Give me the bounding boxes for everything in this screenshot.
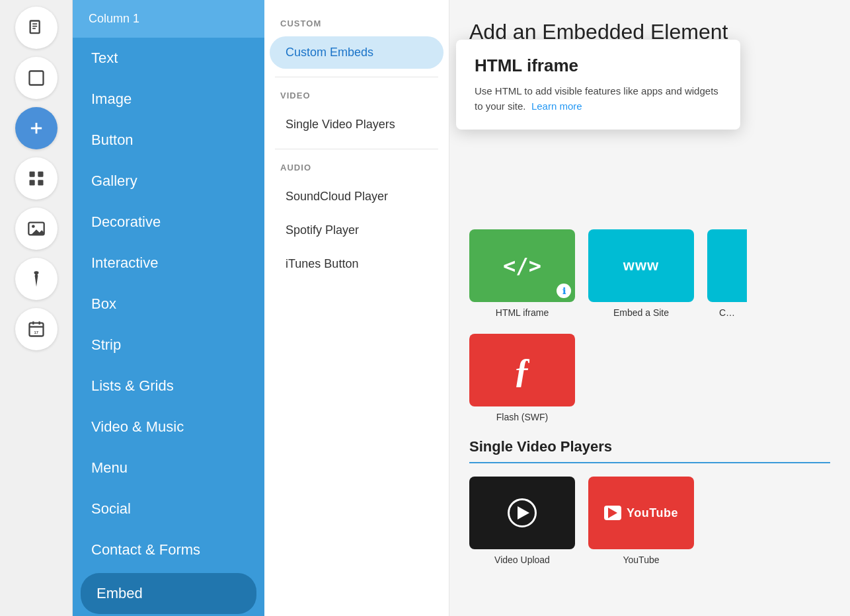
video-upload-thumb <box>469 477 575 549</box>
youtube-logo: YouTube <box>604 506 678 520</box>
apps-icon <box>27 169 46 188</box>
add-icon-btn[interactable] <box>15 107 58 149</box>
svg-rect-4 <box>29 71 43 85</box>
html-iframe-card[interactable]: </> ℹ HTML iframe <box>469 229 575 318</box>
single-video-divider <box>469 462 830 463</box>
sidebar-item-gallery[interactable]: Gallery <box>73 161 264 202</box>
sidebar-item-text[interactable]: Text <box>73 38 264 79</box>
sidebar-item-embed[interactable]: Embed <box>81 573 256 614</box>
sidebar-item-contact-forms[interactable]: Contact & Forms <box>73 529 264 570</box>
custom-embeds-option[interactable]: Custom Embeds <box>270 36 444 69</box>
sidebar-item-image[interactable]: Image <box>73 79 264 120</box>
middle-panel: CUSTOM Custom Embeds VIDEO Single Video … <box>264 0 449 616</box>
youtube-thumb: YouTube <box>588 477 694 549</box>
custom-embeds-cards: </> ℹ HTML iframe www Embed a Site C… <box>469 229 830 318</box>
single-video-cards: Video Upload YouTube YouTube <box>469 477 830 565</box>
calendar-icon: 17 <box>27 320 46 338</box>
youtube-triangle-icon <box>608 508 617 518</box>
custom-section-label: CUSTOM <box>264 13 449 35</box>
main-content: Add an Embedded Element HTML iframe Use … <box>449 0 850 616</box>
svg-point-14 <box>34 271 38 274</box>
pen-icon <box>27 270 46 288</box>
sidebar-item-social[interactable]: Social <box>73 488 264 529</box>
flash-f-icon: ƒ <box>514 351 531 390</box>
partial-card[interactable]: C… <box>707 229 747 318</box>
svg-text:17: 17 <box>34 330 38 334</box>
itunes-button-option[interactable]: iTunes Button <box>270 248 444 280</box>
code-brackets-icon: </> <box>503 253 541 278</box>
layout-icon <box>27 69 46 87</box>
learn-more-link[interactable]: Learn more <box>531 100 582 112</box>
svg-rect-9 <box>29 180 34 185</box>
spotify-player-option[interactable]: Spotify Player <box>270 214 444 247</box>
svg-marker-13 <box>28 229 44 235</box>
single-video-heading: Single Video Players <box>469 438 830 455</box>
svg-rect-8 <box>38 172 43 177</box>
divider-2 <box>275 149 438 149</box>
html-iframe-tooltip: HTML iframe Use HTML to add visible feat… <box>456 40 740 130</box>
partial-label: C… <box>719 307 735 318</box>
blog-icon-btn[interactable] <box>15 258 58 300</box>
tooltip-description: Use HTML to add visible features like ap… <box>475 84 722 114</box>
sidebar-item-interactive[interactable]: Interactive <box>73 243 264 284</box>
column-header: Column 1 <box>73 0 264 38</box>
divider-1 <box>275 77 438 77</box>
embed-a-site-card[interactable]: www Embed a Site <box>588 229 694 318</box>
single-video-players-option[interactable]: Single Video Players <box>270 108 444 141</box>
play-triangle-icon <box>518 506 529 520</box>
video-section-label: VIDEO <box>264 85 449 107</box>
youtube-text: YouTube <box>627 506 678 520</box>
info-badge: ℹ <box>557 284 571 298</box>
youtube-play-icon <box>604 506 621 520</box>
sidebar-item-menu[interactable]: Menu <box>73 447 264 488</box>
video-upload-card[interactable]: Video Upload <box>469 477 575 565</box>
sidebar-item-box[interactable]: Box <box>73 284 264 325</box>
youtube-label: YouTube <box>623 555 659 565</box>
icon-toolbar: 17 <box>0 0 73 616</box>
flash-cards: ƒ Flash (SWF) <box>469 334 830 422</box>
calendar-icon-btn[interactable]: 17 <box>15 308 58 350</box>
soundcloud-player-option[interactable]: SoundCloud Player <box>270 180 444 213</box>
svg-point-12 <box>32 225 35 228</box>
www-icon: www <box>623 257 659 274</box>
svg-rect-7 <box>29 172 34 177</box>
youtube-card[interactable]: YouTube YouTube <box>588 477 694 565</box>
sidebar-item-lists-grids[interactable]: Lists & Grids <box>73 366 264 406</box>
sidebar-item-button[interactable]: Button <box>73 120 264 161</box>
flash-label: Flash (SWF) <box>496 412 549 422</box>
flash-thumb: ƒ <box>469 334 575 406</box>
media-icon <box>27 219 46 238</box>
html-iframe-thumb: </> ℹ <box>469 229 575 302</box>
category-sidebar: Column 1 Text Image Button Gallery Decor… <box>73 0 264 616</box>
sidebar-item-strip[interactable]: Strip <box>73 325 264 366</box>
embed-site-thumb: www <box>588 229 694 302</box>
play-circle-icon <box>508 498 537 527</box>
sidebar-item-video-music[interactable]: Video & Music <box>73 406 264 447</box>
audio-section-label: AUDIO <box>264 157 449 179</box>
html-iframe-label: HTML iframe <box>496 307 549 318</box>
pages-icon-btn[interactable] <box>15 7 58 49</box>
pages-icon <box>27 19 46 37</box>
svg-rect-10 <box>38 180 43 185</box>
layout-icon-btn[interactable] <box>15 57 58 99</box>
media-icon-btn[interactable] <box>15 208 58 250</box>
embed-site-label: Embed a Site <box>613 307 669 318</box>
tooltip-title: HTML iframe <box>475 56 722 76</box>
partial-thumb <box>707 229 747 302</box>
video-upload-label: Video Upload <box>494 555 550 565</box>
flash-swf-card[interactable]: ƒ Flash (SWF) <box>469 334 575 422</box>
apps-icon-btn[interactable] <box>15 157 58 200</box>
sidebar-item-decorative[interactable]: Decorative <box>73 202 264 243</box>
svg-rect-0 <box>30 21 39 34</box>
add-icon <box>27 119 46 137</box>
